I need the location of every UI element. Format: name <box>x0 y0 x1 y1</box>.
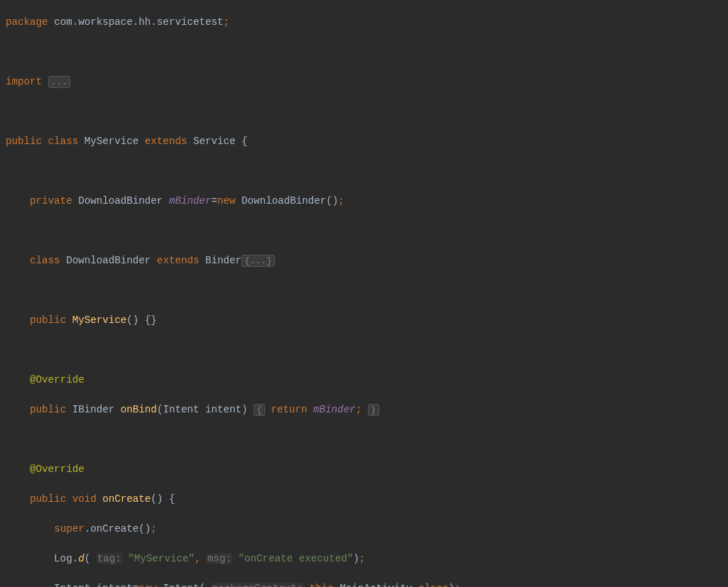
code-line: package com.workspace.hh.servicetest; <box>0 15 728 30</box>
code-line: Intent intent=new Intent( packageContext… <box>0 581 728 587</box>
code-line: @Override <box>0 373 728 388</box>
code-line: public void onCreate() { <box>0 492 728 507</box>
code-line: import ... <box>0 75 728 89</box>
fold-marker[interactable]: {...} <box>241 255 275 267</box>
code-line <box>0 343 728 358</box>
code-line <box>0 283 728 298</box>
code-line <box>0 45 728 60</box>
code-line <box>0 224 728 238</box>
fold-marker[interactable]: ... <box>48 76 70 88</box>
code-line <box>0 164 728 179</box>
code-editor[interactable]: package com.workspace.hh.servicetest; im… <box>0 0 728 587</box>
code-line <box>0 104 728 119</box>
code-line: public MyService() {} <box>0 313 728 328</box>
code-line: public IBinder onBind(Intent intent) { r… <box>0 402 728 417</box>
code-line: super.onCreate(); <box>0 522 728 537</box>
code-line: public class MyService extends Service { <box>0 134 728 149</box>
code-line <box>0 432 728 447</box>
code-line: Log.d( tag: "MyService", msg: "onCreate … <box>0 552 728 566</box>
code-line: private DownloadBinder mBinder=new Downl… <box>0 194 728 209</box>
code-line: class DownloadBinder extends Binder{...} <box>0 253 728 268</box>
code-line: @Override <box>0 462 728 477</box>
fold-marker[interactable]: } <box>368 404 379 416</box>
fold-marker[interactable]: { <box>254 404 265 416</box>
